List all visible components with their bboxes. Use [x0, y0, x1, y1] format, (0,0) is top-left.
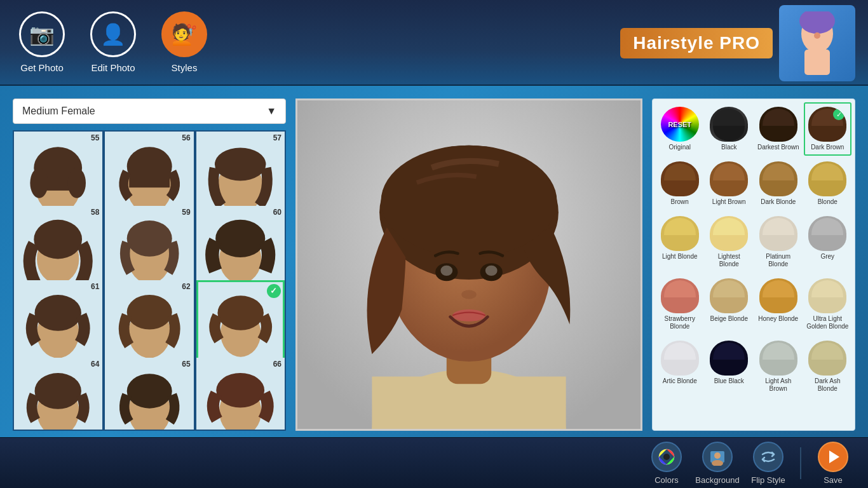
background-btn-label: Background	[695, 475, 739, 485]
svg-point-41	[485, 266, 498, 276]
light-brown-swatch	[710, 161, 748, 196]
color-darkest-brown-label: Darkest Brown	[757, 144, 799, 151]
color-lightest-blonde[interactable]: Lightest Blonde	[705, 212, 754, 273]
svg-point-7	[31, 168, 48, 198]
color-lightest-blonde-label: Lightest Blonde	[708, 253, 751, 268]
color-dark-brown-label: Dark Brown	[811, 144, 844, 151]
svg-rect-34	[372, 377, 566, 429]
dark-ash-blonde-swatch	[808, 341, 846, 376]
app-title: Hairstyle PRO	[620, 28, 773, 58]
style-57-thumb	[203, 138, 278, 213]
camera-icon: 📷	[19, 11, 65, 57]
color-strawberry-blonde[interactable]: Strawberry Blonde	[656, 274, 704, 335]
color-brown-label: Brown	[671, 198, 689, 206]
svg-point-27	[35, 373, 81, 409]
color-platinum-blonde[interactable]: Platinum Blonde	[754, 212, 803, 273]
color-grid: RESET Original Black	[656, 102, 851, 397]
style-55-thumb	[20, 138, 95, 213]
lightest-blonde-swatch	[710, 216, 748, 251]
color-light-blonde-label: Light Blonde	[662, 253, 698, 261]
style-63[interactable]: ✓	[196, 280, 285, 369]
color-darkest-brown[interactable]: Darkest Brown	[754, 102, 803, 156]
svg-point-21	[35, 295, 81, 331]
flip-style-button[interactable]: Flip Style	[746, 442, 790, 485]
artic-blonde-swatch	[661, 341, 699, 376]
top-bar: 📷 Get Photo 👤 Edit Photo 💇 Styles Hairst…	[0, 0, 868, 86]
color-dark-blonde[interactable]: Dark Blonde	[754, 157, 803, 210]
svg-marker-50	[829, 451, 839, 463]
color-strawberry-blonde-label: Strawberry Blonde	[658, 315, 702, 330]
color-light-brown-label: Light Brown	[712, 198, 746, 206]
blue-black-swatch	[710, 341, 748, 376]
color-honey-blonde-label: Honey Blonde	[758, 315, 798, 323]
color-dark-ash-blonde[interactable]: Dark Ash Blonde	[804, 336, 852, 397]
save-button[interactable]: Save	[811, 442, 855, 485]
get-photo-label: Get Photo	[20, 62, 64, 73]
blonde-swatch	[808, 161, 846, 196]
svg-point-13	[215, 148, 266, 181]
left-panel: Medium Female ▼ 55 56	[13, 98, 286, 431]
color-light-blonde[interactable]: Light Blonde	[656, 212, 704, 273]
color-grey[interactable]: Grey	[804, 212, 852, 273]
dropdown-value: Medium Female	[22, 105, 95, 117]
color-black[interactable]: Black	[705, 102, 754, 156]
style-66[interactable]: 66	[196, 358, 285, 431]
style-61[interactable]: 61	[14, 280, 102, 369]
color-platinum-blonde-label: Platinum Blonde	[757, 253, 800, 268]
style-category-dropdown[interactable]: Medium Female ▼	[13, 98, 286, 124]
ultra-light-golden-swatch	[808, 278, 846, 313]
background-icon	[702, 442, 733, 472]
darkest-brown-swatch	[759, 107, 797, 142]
light-ash-brown-swatch	[759, 341, 797, 376]
color-artic-blonde-label: Artic Blonde	[663, 377, 697, 385]
color-ultra-light-golden[interactable]: Ultra Light Golden Blonde	[804, 274, 852, 335]
background-button[interactable]: Background	[695, 442, 740, 485]
dark-brown-swatch: ✓	[808, 107, 846, 142]
color-blue-black-label: Blue Black	[714, 377, 744, 385]
styles-label: Styles	[172, 62, 198, 73]
styles-icon: 💇	[161, 11, 207, 57]
chevron-down-icon: ▼	[266, 105, 276, 117]
nav-get-photo[interactable]: 📷 Get Photo	[19, 11, 65, 73]
color-original-label: Original	[669, 144, 691, 151]
colors-button[interactable]: Colors	[644, 442, 689, 485]
selected-check-icon: ✓	[267, 284, 281, 298]
svg-point-42	[461, 290, 476, 299]
logo-lady-icon	[779, 5, 855, 81]
colors-icon	[651, 442, 682, 472]
reset-swatch: RESET	[661, 107, 699, 142]
photo-frame	[295, 98, 642, 431]
color-beige-blonde[interactable]: Beige Blonde	[705, 274, 754, 335]
style-56-thumb	[112, 138, 187, 213]
color-dark-ash-blonde-label: Dark Ash Blonde	[806, 377, 850, 393]
nav-edit-photo[interactable]: 👤 Edit Photo	[90, 11, 136, 73]
style-62[interactable]: 62	[105, 280, 193, 369]
grey-swatch	[808, 216, 846, 251]
svg-point-29	[126, 374, 172, 408]
svg-point-8	[68, 168, 86, 198]
color-original[interactable]: RESET Original	[656, 102, 704, 156]
svg-point-19	[215, 220, 265, 257]
nav-styles[interactable]: 💇 Styles	[161, 11, 207, 73]
person-icon: 👤	[90, 11, 136, 57]
divider	[800, 447, 801, 479]
color-blue-black[interactable]: Blue Black	[705, 336, 754, 397]
color-artic-blonde[interactable]: Artic Blonde	[656, 336, 704, 397]
color-brown[interactable]: Brown	[656, 157, 704, 210]
colors-panel: RESET Original Black	[652, 98, 855, 431]
color-dark-brown[interactable]: ✓ Dark Brown	[804, 102, 852, 156]
style-64[interactable]: 64	[14, 358, 102, 431]
style-65[interactable]: 65	[105, 358, 193, 431]
color-black-label: Black	[721, 144, 736, 151]
color-light-ash-brown[interactable]: Light Ash Brown	[754, 336, 803, 397]
svg-point-3	[814, 32, 820, 39]
color-honey-blonde[interactable]: Honey Blonde	[754, 274, 803, 335]
color-light-brown[interactable]: Light Brown	[705, 157, 754, 210]
flip-style-icon	[753, 442, 783, 472]
logo-area: Hairstyle PRO	[620, 0, 855, 86]
svg-point-40	[440, 266, 452, 276]
edit-photo-label: Edit Photo	[91, 62, 135, 73]
light-blonde-swatch	[661, 216, 699, 251]
dark-blonde-swatch	[759, 161, 797, 196]
color-blonde[interactable]: Blonde	[804, 157, 852, 210]
